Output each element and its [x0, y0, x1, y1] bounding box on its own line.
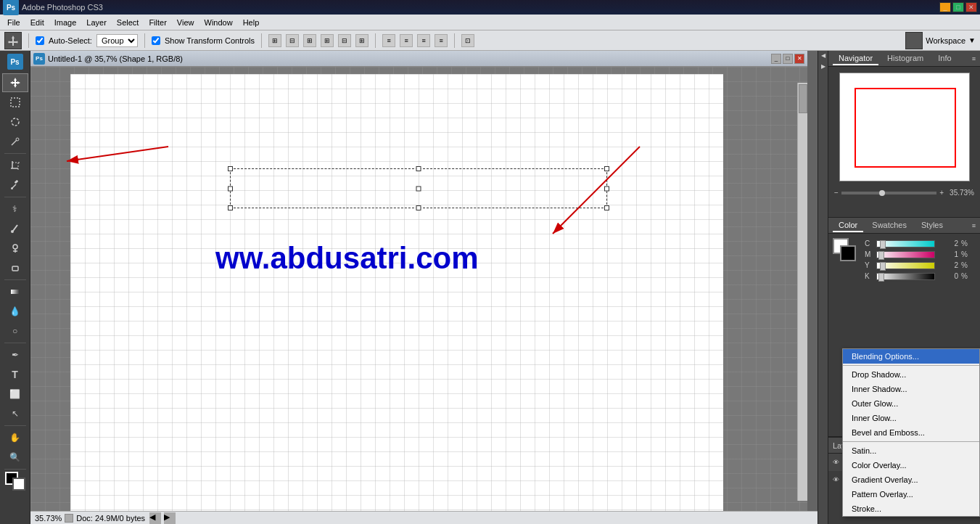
zoom-in-btn[interactable]: +: [939, 189, 944, 197]
tool-magic-wand[interactable]: [2, 132, 28, 151]
dist-icon4[interactable]: ≡: [435, 34, 448, 47]
tool-blur[interactable]: 💧: [2, 302, 28, 321]
tool-marquee[interactable]: [2, 93, 28, 112]
channel-k-pct: %: [961, 272, 971, 280]
menu-file[interactable]: File: [3, 17, 25, 28]
ctx-outer-glow[interactable]: Outer Glow...: [843, 396, 979, 411]
tool-lasso[interactable]: [2, 112, 28, 131]
dist-icon3[interactable]: ≡: [417, 34, 430, 47]
handle-tm[interactable]: [416, 166, 421, 171]
ctx-gradient-overlay[interactable]: Gradient Overlay...: [843, 472, 979, 487]
doc-close[interactable]: ✕: [794, 54, 804, 64]
collapse-arrow-bot[interactable]: ▶: [821, 63, 825, 70]
tool-shape[interactable]: ⬜: [2, 385, 28, 404]
align-left-icon[interactable]: ⊞: [268, 34, 281, 47]
tool-dodge[interactable]: ○: [2, 322, 28, 340]
ctx-pattern-overlay[interactable]: Pattern Overlay...: [843, 487, 979, 502]
doc-size: Doc: 24.9M/0 bytes: [76, 514, 145, 523]
tool-eyedropper[interactable]: [2, 176, 28, 195]
handle-ml[interactable]: [228, 186, 233, 191]
tool-zoom[interactable]: 🔍: [2, 448, 28, 467]
channel-c-bar[interactable]: [876, 240, 935, 247]
tool-clone[interactable]: [2, 239, 28, 258]
tool-gradient[interactable]: [2, 282, 28, 301]
tab-navigator[interactable]: Navigator: [833, 52, 878, 65]
channel-c: C 2 %: [860, 238, 976, 249]
handle-bl[interactable]: [228, 205, 233, 210]
tab-color[interactable]: Color: [833, 219, 863, 232]
tool-eraser[interactable]: [2, 258, 28, 277]
svg-point-15: [13, 245, 17, 249]
ctx-inner-glow[interactable]: Inner Glow...: [843, 411, 979, 425]
channel-k-label: K: [865, 272, 873, 280]
menu-edit[interactable]: Edit: [26, 17, 49, 28]
channel-y-bar[interactable]: [876, 262, 935, 269]
tool-pen[interactable]: ✒: [2, 345, 28, 364]
tool-brush[interactable]: [2, 219, 28, 238]
menu-image[interactable]: Image: [50, 17, 81, 28]
tool-text[interactable]: T: [2, 365, 28, 384]
ctx-satin[interactable]: Satin...: [843, 443, 979, 458]
menu-layer[interactable]: Layer: [82, 17, 111, 28]
panel-menu-btn[interactable]: ≡: [972, 55, 976, 62]
tool-move[interactable]: [2, 73, 28, 92]
tab-info[interactable]: Info: [932, 52, 957, 65]
align-bottom-icon[interactable]: ⊞: [355, 34, 368, 47]
align-middle-icon[interactable]: ⊟: [338, 34, 351, 47]
svg-line-13: [13, 225, 17, 231]
tab-styles[interactable]: Styles: [915, 219, 949, 232]
menu-window[interactable]: Window: [200, 17, 237, 28]
transform-icon[interactable]: ⊡: [461, 34, 474, 47]
menu-filter[interactable]: Filter: [144, 17, 170, 28]
scroll-thumb[interactable]: [799, 84, 807, 113]
maximize-button[interactable]: □: [952, 2, 964, 12]
tool-hand[interactable]: ✋: [2, 428, 28, 447]
eye-icon-bg[interactable]: 👁: [833, 476, 839, 483]
ctx-inner-shadow[interactable]: Inner Shadow...: [843, 382, 979, 396]
menu-view[interactable]: View: [173, 17, 199, 28]
menu-select[interactable]: Select: [112, 17, 144, 28]
align-right-icon[interactable]: ⊞: [303, 34, 316, 47]
autoselect-dropdown[interactable]: Group Layer: [96, 34, 138, 47]
tool-sep-2: [4, 197, 26, 197]
close-button[interactable]: ✕: [965, 2, 977, 12]
scroll-right-btn[interactable]: ▶: [164, 512, 176, 524]
align-center-h-icon[interactable]: ⊟: [286, 34, 299, 47]
handle-tl[interactable]: [228, 166, 233, 171]
vertical-scrollbar[interactable]: [797, 83, 807, 501]
doc-minimize[interactable]: _: [771, 54, 781, 64]
background-color[interactable]: [12, 478, 25, 491]
eye-icon[interactable]: 👁: [833, 459, 839, 466]
channel-m: M 1 %: [860, 249, 976, 260]
ctx-stroke[interactable]: Stroke...: [843, 502, 979, 516]
dist-h-icon[interactable]: ≡: [382, 34, 395, 47]
ctx-blending[interactable]: Blending Options...: [843, 349, 979, 364]
collapse-arrow-top[interactable]: ◀: [821, 52, 825, 59]
ctx-color-overlay[interactable]: Color Overlay...: [843, 458, 979, 472]
scroll-left-btn[interactable]: ◀: [149, 512, 161, 524]
tool-path-select[interactable]: ↖: [2, 404, 28, 423]
menu-help[interactable]: Help: [239, 17, 264, 28]
handle-bm[interactable]: [416, 205, 421, 210]
doc-maximize[interactable]: □: [783, 54, 793, 64]
minimize-button[interactable]: _: [939, 2, 951, 12]
tab-histogram[interactable]: Histogram: [881, 52, 929, 65]
ctx-drop-shadow[interactable]: Drop Shadow...: [843, 367, 979, 382]
dist-v-icon[interactable]: ≡: [400, 34, 413, 47]
tool-crop[interactable]: [2, 156, 28, 175]
tool-healing[interactable]: ⚕: [2, 200, 28, 218]
background-swatch[interactable]: [840, 245, 856, 261]
align-top-icon[interactable]: ⊞: [321, 34, 334, 47]
tab-swatches[interactable]: Swatches: [866, 219, 913, 232]
tool-sep-4: [4, 343, 26, 343]
color-panel-menu-btn[interactable]: ≡: [972, 222, 976, 229]
channel-k-bar[interactable]: [876, 273, 935, 280]
zoom-out-btn[interactable]: −: [834, 189, 839, 197]
handle-mm[interactable]: [416, 186, 421, 191]
channel-m-bar[interactable]: [876, 251, 935, 258]
transform-checkbox[interactable]: [152, 36, 160, 45]
ctx-bevel-emboss[interactable]: Bevel and Emboss...: [843, 425, 979, 440]
zoom-thumb[interactable]: [879, 190, 885, 196]
zoom-slider[interactable]: [841, 192, 936, 195]
autoselect-checkbox[interactable]: [36, 36, 44, 45]
